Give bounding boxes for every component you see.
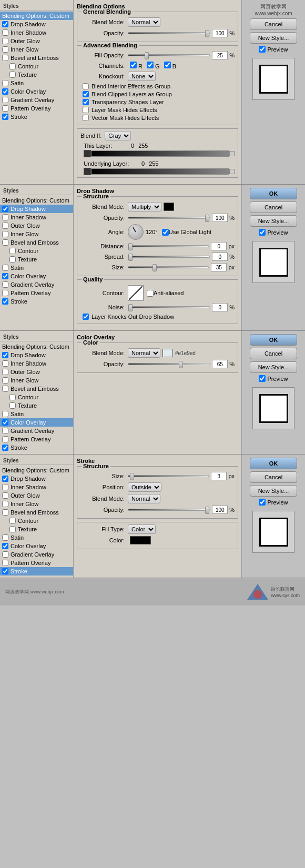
sidebar3-item-outer-glow[interactable]: Outer Glow	[0, 368, 73, 376]
sidebar2-item-color-overlay[interactable]: Color Overlay	[0, 272, 73, 280]
cancel-button-4[interactable]: Cancel	[250, 471, 297, 483]
sidebar4-item-outer-glow[interactable]: Outer Glow	[0, 491, 73, 500]
preview-check-1[interactable]: Preview	[259, 46, 288, 53]
ok-button-3[interactable]: OK	[250, 334, 297, 346]
sidebar4-item-blending[interactable]: Blending Options: Custom	[0, 466, 73, 475]
sidebar4-item-pattern-overlay[interactable]: Pattern Overlay	[0, 559, 73, 567]
ds-size-slider[interactable]	[128, 266, 209, 268]
stroke-opacity-slider[interactable]	[128, 509, 210, 511]
preview-check-2[interactable]: Preview	[259, 229, 288, 236]
ok-button-2[interactable]: OK	[250, 188, 297, 199]
sidebar4-item-texture[interactable]: Texture	[0, 525, 73, 533]
cancel-button-2[interactable]: Cancel	[250, 201, 297, 213]
sidebar-item-texture[interactable]: Texture	[0, 70, 73, 79]
sidebar4-item-inner-shadow[interactable]: Inner Shadow	[0, 483, 73, 491]
new-style-button-1[interactable]: New Style...	[250, 32, 297, 44]
sidebar3-item-texture[interactable]: Texture	[0, 401, 73, 410]
stroke-color-swatch[interactable]	[130, 536, 151, 544]
sidebar-item-color-overlay[interactable]: Color Overlay	[0, 87, 73, 96]
new-style-button-4[interactable]: New Style...	[250, 485, 297, 497]
sidebar2-item-gradient-overlay[interactable]: Gradient Overlay	[0, 280, 73, 289]
sidebar-item-contour[interactable]: Contour	[0, 62, 73, 70]
opacity-value[interactable]: 100	[212, 29, 228, 37]
sidebar2-item-contour[interactable]: Contour	[0, 247, 73, 255]
knockout-select[interactable]: None	[128, 72, 156, 81]
preview-check-4[interactable]: Preview	[259, 499, 288, 506]
sidebar2-item-pattern-overlay[interactable]: Pattern Overlay	[0, 289, 73, 297]
sidebar2-item-texture[interactable]: Texture	[0, 255, 73, 264]
stroke-size-slider[interactable]	[128, 475, 209, 477]
co-opacity-slider[interactable]	[128, 363, 210, 365]
cb-blend-interior[interactable]: Blend Interior Effects as Group	[80, 83, 235, 89]
sidebar4-item-inner-glow[interactable]: Inner Glow	[0, 500, 73, 508]
sidebar4-item-bevel-emboss[interactable]: Bevel and Emboss	[0, 508, 73, 517]
sidebar-item-inner-shadow[interactable]: Inner Shadow	[0, 28, 73, 37]
stroke-blend-mode-select[interactable]: Normal	[128, 494, 160, 503]
stroke-opacity-value[interactable]: 100	[212, 506, 228, 514]
sidebar2-item-outer-glow[interactable]: Outer Glow	[0, 221, 73, 230]
sidebar3-item-gradient-overlay[interactable]: Gradient Overlay	[0, 427, 73, 435]
sidebar3-item-drop-shadow[interactable]: Drop Shadow	[0, 351, 73, 359]
ds-noise-slider[interactable]	[128, 306, 210, 308]
sidebar-item-bevel-emboss[interactable]: Bevel and Emboss	[0, 54, 73, 62]
sidebar3-item-blending[interactable]: Blending Options: Custom	[0, 342, 73, 351]
sidebar3-item-inner-shadow[interactable]: Inner Shadow	[0, 359, 73, 368]
blend-if-select[interactable]: Gray	[105, 131, 131, 140]
co-blend-mode-select[interactable]: Normal	[128, 348, 160, 358]
stroke-fill-type-select[interactable]: Color	[128, 524, 156, 534]
sidebar4-item-gradient-overlay[interactable]: Gradient Overlay	[0, 550, 73, 559]
sidebar4-item-contour[interactable]: Contour	[0, 517, 73, 525]
stroke-size-value[interactable]: 3	[211, 472, 227, 480]
ds-color-swatch[interactable]	[164, 203, 174, 211]
sidebar-item-drop-shadow[interactable]: Drop Shadow	[0, 20, 73, 28]
preview-check-3[interactable]: Preview	[259, 375, 288, 382]
sidebar3-item-stroke[interactable]: Stroke	[0, 443, 73, 452]
sidebar2-item-satin[interactable]: Satin	[0, 264, 73, 272]
sidebar-item-inner-glow[interactable]: Inner Glow	[0, 45, 73, 54]
cb-blend-clipped[interactable]: Blend Clipped Layers as Group	[80, 91, 235, 97]
ds-noise-value[interactable]: 0	[212, 303, 228, 311]
sidebar-item-stroke[interactable]: Stroke	[0, 113, 73, 121]
cb-layer-mask-hides[interactable]: Layer Mask Hides Effects	[80, 107, 235, 113]
sidebar3-item-pattern-overlay[interactable]: Pattern Overlay	[0, 435, 73, 443]
ds-distance-value[interactable]: 0	[211, 242, 227, 250]
ds-opacity-slider[interactable]	[128, 217, 210, 219]
ds-angle-dial[interactable]	[128, 224, 144, 240]
ds-distance-slider[interactable]	[128, 245, 209, 247]
sidebar3-item-color-overlay[interactable]: Color Overlay	[0, 418, 73, 427]
sidebar-item-blending-options[interactable]: Blending Options: Custom	[0, 12, 73, 20]
ds-spread-value[interactable]: 0	[212, 253, 228, 261]
sidebar3-item-inner-glow[interactable]: Inner Glow	[0, 376, 73, 385]
ds-size-value[interactable]: 35	[211, 263, 227, 271]
sidebar2-item-drop-shadow[interactable]: Drop Shadow	[0, 205, 73, 213]
sidebar3-item-satin[interactable]: Satin	[0, 410, 73, 418]
sidebar4-item-stroke[interactable]: Stroke	[0, 567, 73, 576]
stroke-position-select[interactable]: Outside	[128, 482, 161, 492]
ds-spread-slider[interactable]	[128, 256, 210, 258]
fill-opacity-value[interactable]: 25	[212, 51, 228, 59]
sidebar-item-satin[interactable]: Satin	[0, 79, 73, 87]
new-style-button-2[interactable]: New Style...	[250, 215, 297, 227]
sidebar2-item-bevel-emboss[interactable]: Bevel and Emboss	[0, 238, 73, 247]
cb-vector-mask-hides[interactable]: Vector Mask Hides Effects	[80, 115, 235, 121]
co-opacity-value[interactable]: 65	[212, 360, 228, 368]
ds-blend-mode-select[interactable]: Multiply	[128, 202, 161, 211]
sidebar2-item-blending-options[interactable]: Blending Options: Custom	[0, 196, 73, 205]
blend-mode-select[interactable]: Normal	[128, 17, 160, 27]
ds-opacity-value[interactable]: 100	[212, 214, 228, 222]
sidebar4-item-color-overlay[interactable]: Color Overlay	[0, 542, 73, 550]
sidebar-item-pattern-overlay[interactable]: Pattern Overlay	[0, 104, 73, 113]
cb-layer-knocks[interactable]: Layer Knocks Out Drop Shadow	[80, 314, 235, 320]
cancel-button-1[interactable]: Cancel	[250, 18, 297, 30]
sidebar2-item-inner-glow[interactable]: Inner Glow	[0, 230, 73, 238]
new-style-button-3[interactable]: New Style...	[250, 361, 297, 373]
sidebar4-item-drop-shadow[interactable]: Drop Shadow	[0, 475, 73, 483]
sidebar3-item-bevel-emboss[interactable]: Bevel and Emboss	[0, 385, 73, 393]
sidebar2-item-inner-shadow[interactable]: Inner Shadow	[0, 213, 73, 221]
sidebar4-item-satin[interactable]: Satin	[0, 533, 73, 542]
co-color-swatch[interactable]	[162, 349, 173, 357]
ok-button-4[interactable]: OK	[250, 458, 297, 469]
ds-global-light-check[interactable]	[162, 229, 169, 236]
sidebar-item-gradient-overlay[interactable]: Gradient Overlay	[0, 96, 73, 104]
fill-opacity-slider[interactable]	[128, 54, 210, 56]
